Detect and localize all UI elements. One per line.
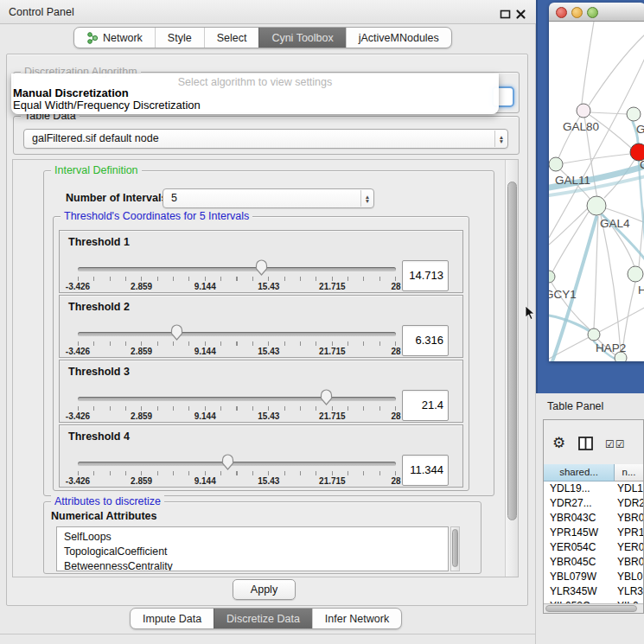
attributes-listbox[interactable]: SelfLoops TopologicalCoefficient Between… — [56, 526, 449, 571]
threshold-3-slider-track[interactable] — [78, 397, 396, 401]
tab-jactivemnodules[interactable]: jActiveMNodules — [346, 28, 451, 48]
select-columns-icon[interactable]: ☑☑ — [605, 438, 626, 450]
scrollbar-thumb[interactable] — [507, 182, 517, 520]
tab-select[interactable]: Select — [204, 28, 259, 48]
node-gal4[interactable] — [587, 196, 606, 215]
close-traffic-light-icon[interactable] — [556, 7, 567, 18]
close-icon[interactable] — [515, 8, 526, 19]
minimize-traffic-light-icon[interactable] — [571, 7, 583, 18]
popup-option-manual-discretization[interactable]: Manual Discretization — [13, 87, 497, 99]
tab-discretize-data[interactable]: Discretize Data — [214, 609, 312, 628]
threshold-2-slider-track[interactable] — [78, 332, 396, 336]
numerical-attributes-label: Numerical Attributes — [51, 510, 156, 522]
slider-scale: -3.426 2.859 9.144 15.43 21.715 28 — [78, 411, 396, 422]
table-horizontal-scrollbar[interactable] — [544, 603, 643, 613]
threshold-1-panel: Threshold 1 -3.426 2.859 9.144 15.43 21.… — [59, 230, 463, 293]
attributes-group-title: Attributes to discretize — [51, 495, 164, 507]
slider-scale: -3.426 2.859 9.144 15.43 21.715 28 — [78, 282, 396, 292]
list-item[interactable]: SelfLoops — [57, 530, 448, 545]
threshold-2-slider-handle[interactable] — [169, 322, 184, 341]
label-partial-mid: C — [640, 158, 644, 171]
node-hap2[interactable] — [588, 328, 600, 341]
num-intervals-label: Number of Intervals — [66, 192, 167, 204]
apply-button[interactable]: Apply — [233, 579, 296, 600]
network-edges — [549, 22, 644, 359]
list-item[interactable]: TopologicalCoefficient — [57, 545, 448, 559]
label-partial-right: H — [638, 284, 644, 296]
table-row[interactable]: YBR045CYBR0 — [544, 555, 643, 570]
settings-scrollbar[interactable] — [505, 160, 519, 577]
gear-icon[interactable]: ⚙ — [552, 436, 565, 450]
tab-cyni-toolbox[interactable]: Cyni Toolbox — [258, 28, 345, 48]
network-view-frame: GAL80 G C GAL11 GAL4 GCY1 H HAP2 — [536, 0, 644, 393]
table-row[interactable]: YDL19...YDL1 — [544, 481, 643, 496]
threshold-2-panel: Threshold 2 -3.426 2.859 9.144 15.43 21.… — [59, 295, 463, 358]
network-window: GAL80 G C GAL11 GAL4 GCY1 H HAP2 — [549, 3, 644, 361]
node-gal11[interactable] — [549, 157, 563, 171]
panel-title: Control Panel — [9, 6, 74, 18]
slider-ticks — [78, 406, 397, 411]
attributes-group: Attributes to discretize Numerical Attri… — [43, 501, 481, 574]
slider-ticks — [78, 471, 397, 475]
threshold-4-slider-handle[interactable] — [220, 452, 235, 470]
network-nodes[interactable] — [549, 104, 644, 361]
combo-spinner-icon: ▲▼ — [494, 131, 507, 147]
tab-style[interactable]: Style — [155, 28, 204, 48]
table-panel-region: Table Panel ⚙ ☑☑ shared... n... YDL19...… — [536, 393, 644, 644]
column-header-shared-name[interactable]: shared... — [544, 464, 615, 481]
threshold-4-value-field[interactable]: 11.344 — [402, 455, 449, 486]
node-gcy1[interactable] — [549, 271, 555, 283]
node-partial-top[interactable] — [627, 107, 641, 121]
label-hap2: HAP2 — [596, 341, 626, 354]
zoom-traffic-light-icon[interactable] — [587, 7, 598, 18]
table-rows: YDL19...YDL1 YDR27...YDR2 YBR043CYBR0 YP… — [544, 481, 643, 603]
threshold-4-panel: Threshold 4 -3.426 2.859 9.144 15.43 21.… — [59, 424, 463, 488]
threshold-3-slider-handle[interactable] — [319, 387, 334, 405]
list-item[interactable]: BetweennessCentrality — [57, 559, 448, 571]
node-gal80[interactable] — [577, 104, 590, 118]
cyni-tab-content: Discretization Algorithm Table Data galF… — [6, 54, 528, 606]
mouse-cursor — [525, 305, 535, 324]
float-window-icon[interactable] — [500, 8, 511, 19]
panel-bottom-edge — [0, 634, 536, 634]
table-data-combobox[interactable]: galFiltered.sif default node ▲▼ — [23, 129, 508, 149]
table-row[interactable]: YER054CYER0 — [544, 540, 643, 555]
settings-scrollpane: Interval Definition Number of Intervals … — [12, 159, 519, 577]
table-row[interactable]: YDR27...YDR2 — [544, 496, 643, 511]
tab-network[interactable]: Network — [74, 28, 155, 48]
network-window-titlebar[interactable] — [549, 3, 644, 22]
threshold-1-slider-handle[interactable] — [254, 258, 269, 276]
threshold-3-value-field[interactable]: 21.4 — [402, 390, 449, 421]
column-header-name[interactable]: n... — [615, 464, 643, 481]
control-panel-titlebar: Control Panel — [0, 0, 536, 24]
threshold-2-value-field[interactable]: 6.316 — [402, 325, 449, 356]
attributes-list-scrollbar[interactable] — [450, 526, 460, 571]
control-panel-tabs: Network Style Select Cyni Toolbox jActiv… — [73, 27, 452, 48]
table-row[interactable]: YLR345WYLR3 — [544, 584, 643, 599]
thresholds-group-title: Threshold's Coordinates for 5 Intervals — [61, 210, 252, 222]
num-intervals-combobox[interactable]: 5 ▲▼ — [163, 188, 374, 208]
threshold-1-slider-track[interactable] — [78, 267, 396, 271]
tab-impute-data[interactable]: Impute Data — [131, 609, 214, 628]
node-partial-right[interactable] — [628, 266, 643, 282]
label-partial-top: G — [636, 123, 644, 136]
popup-option-equal-width-frequency[interactable]: Equal Width/Frequency Discretization — [13, 99, 497, 112]
network-canvas[interactable]: GAL80 G C GAL11 GAL4 GCY1 H HAP2 — [549, 22, 644, 361]
table-row[interactable]: YBL079WYBL0 — [544, 570, 643, 584]
table-row[interactable]: YPR145WYPR1 — [544, 526, 643, 540]
table-panel-title: Table Panel — [547, 400, 603, 412]
scrollbar-thumb[interactable] — [452, 529, 458, 567]
combo-spinner-icon: ▲▼ — [360, 190, 373, 207]
label-gcy1: GCY1 — [549, 288, 577, 301]
tab-network-label: Network — [103, 32, 143, 44]
network-icon — [86, 32, 99, 44]
table-row[interactable]: YBR043CYBR0 — [544, 511, 643, 526]
table-header-row: shared... n... — [544, 464, 643, 481]
threshold-4-slider-track[interactable] — [78, 462, 396, 466]
threshold-1-value-field[interactable]: 14.713 — [402, 260, 449, 291]
scrollbar-thumb[interactable] — [545, 605, 637, 612]
tab-infer-network[interactable]: Infer Network — [312, 609, 401, 628]
table-browser: ⚙ ☑☑ shared... n... YDL19...YDL1 YDR27..… — [543, 419, 644, 614]
column-layout-icon[interactable] — [578, 437, 594, 455]
label-gal11: GAL11 — [555, 174, 590, 187]
